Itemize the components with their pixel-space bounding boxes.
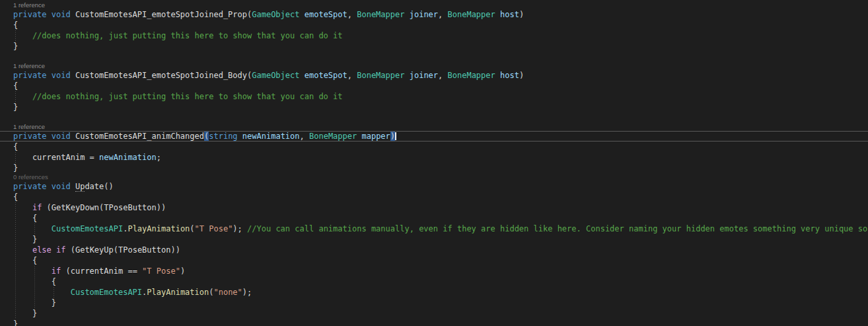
code-token: newAnimation: [99, 153, 157, 162]
code-token: }: [13, 42, 18, 51]
code-editor[interactable]: 1 referenceprivate void CustomEmotesAPI_…: [0, 0, 868, 326]
code-token: }: [13, 102, 18, 112]
codelens-references-label[interactable]: 0 references: [0, 173, 868, 181]
code-token: [13, 256, 32, 265]
code-line: }: [0, 308, 868, 319]
code-token: BoneMapper: [448, 71, 495, 80]
blank-line: [0, 52, 868, 62]
code-token: [495, 71, 500, 80]
code-token: CustomEmotesAPI: [52, 224, 123, 233]
code-token: CustomEmotesAPI_emoteSpotJoined_Body: [75, 71, 247, 80]
code-token: //does nothing, just putting this here t…: [13, 92, 343, 101]
code-token: void: [52, 71, 75, 80]
codelens-references-label[interactable]: 1 reference: [0, 123, 868, 131]
code-token: {: [32, 214, 37, 223]
code-token: [238, 132, 242, 141]
code-token: ,: [347, 10, 357, 19]
code-line: }: [0, 298, 868, 308]
code-token: GetKeyDown: [52, 203, 99, 212]
code-token: //does nothing, just putting this here t…: [13, 31, 343, 40]
code-line: //does nothing, just putting this here t…: [0, 91, 868, 102]
code-token: ,: [438, 71, 447, 80]
code-token: else: [32, 245, 52, 255]
code-token: CustomEmotesAPI: [71, 288, 142, 297]
code-line: {: [0, 192, 868, 202]
code-token: =: [90, 153, 99, 162]
code-token: private: [13, 132, 52, 141]
code-token: [13, 235, 32, 244]
code-line: if (GetKeyDown(TPoseButton)): [0, 202, 868, 213]
code-line: {: [0, 213, 868, 224]
code-token: [13, 203, 32, 212]
code-token: [52, 245, 56, 255]
blank-line: [0, 112, 868, 123]
code-token: ;: [157, 153, 161, 162]
code-line: {: [0, 20, 868, 30]
code-token: BoneMapper: [448, 10, 495, 19]
code-token: void: [52, 132, 75, 141]
code-line: }: [0, 319, 868, 326]
code-line: {: [0, 255, 868, 266]
brace-match-token: ): [390, 132, 395, 141]
code-token: )): [157, 203, 166, 212]
current-code-line: private void CustomEmotesAPI_animChanged…: [0, 131, 868, 142]
code-token: ): [180, 266, 185, 276]
code-token: PlayAnimation: [147, 288, 209, 297]
code-token: host: [500, 71, 519, 80]
code-token: }: [32, 235, 37, 244]
code-line: private void CustomEmotesAPI_emoteSpotJo…: [0, 9, 868, 20]
code-token: ==: [127, 266, 142, 276]
text-caret: [395, 132, 396, 140]
code-line: }: [0, 102, 868, 112]
code-token: string: [209, 132, 237, 141]
code-token: [13, 277, 52, 286]
code-token: [300, 10, 305, 19]
code-token: );: [242, 288, 252, 297]
code-token: {: [13, 142, 18, 151]
code-line: //does nothing, just putting this here t…: [0, 30, 868, 41]
code-token: [42, 203, 46, 212]
codelens-references-label[interactable]: 1 reference: [0, 1, 868, 9]
code-token: )): [170, 245, 180, 255]
code-token: ): [519, 10, 524, 19]
code-token: currentAnim: [71, 266, 128, 276]
code-line: }: [0, 163, 868, 173]
code-token: "none": [213, 288, 242, 297]
codelens-references-label[interactable]: 1 reference: [0, 62, 868, 70]
code-token: "T Pose": [195, 224, 233, 233]
indent-guide: [34, 266, 35, 308]
code-line: CustomEmotesAPI.PlayAnimation("T Pose");…: [0, 224, 868, 234]
code-token: [300, 71, 305, 80]
code-token: void: [52, 10, 75, 19]
code-token: GameObject: [252, 10, 299, 19]
code-token: emoteSpot: [305, 10, 347, 19]
code-token: ,: [347, 71, 357, 80]
code-token: [13, 214, 32, 223]
code-token: void: [52, 182, 75, 191]
code-token: date: [85, 182, 104, 191]
code-token: {: [13, 81, 18, 91]
code-line: else if (GetKeyUp(TPoseButton)): [0, 245, 868, 255]
code-token: [495, 10, 500, 19]
code-token: (: [114, 245, 118, 255]
code-line: {: [0, 276, 868, 287]
code-line: if (currentAnim == "T Pose"): [0, 266, 868, 276]
code-token: TPoseButton: [118, 245, 170, 255]
code-token: private: [13, 71, 52, 80]
code-token: {: [13, 192, 18, 202]
code-token: ): [519, 71, 524, 80]
code-line: }: [0, 234, 868, 245]
code-token: {: [52, 277, 56, 286]
code-token: [66, 245, 71, 255]
code-token: );: [233, 224, 242, 233]
indent-guide: [15, 152, 16, 164]
code-token: emoteSpot: [305, 71, 347, 80]
code-token: BoneMapper: [309, 132, 357, 141]
code-token: [404, 71, 409, 80]
code-token: GetKeyUp: [75, 245, 114, 255]
code-line: private void Update(): [0, 181, 868, 192]
code-token: private: [13, 10, 52, 19]
code-line: CustomEmotesAPI.PlayAnimation("none");: [0, 287, 868, 298]
code-token: currentAnim: [13, 153, 90, 162]
code-token: (): [104, 182, 113, 191]
